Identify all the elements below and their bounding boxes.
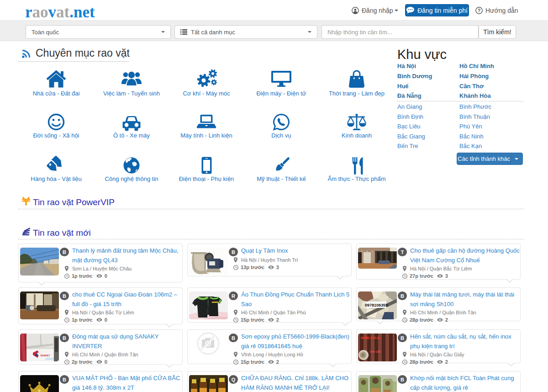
svg-text:0978106359: 0978106359 [365,303,388,307]
svg-text:0988.310.8..: 0988.310.8.. [361,336,381,340]
svg-text:?: ? [478,8,480,13]
svg-text:hến sắt: hến sắt [370,350,380,353]
svg-text:SANAKY: SANAKY [40,354,50,357]
